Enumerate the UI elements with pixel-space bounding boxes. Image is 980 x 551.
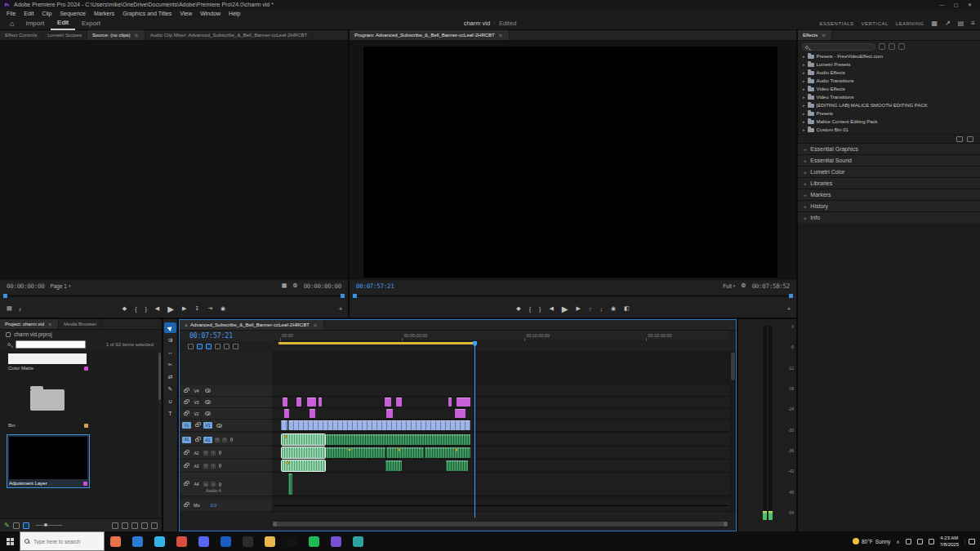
menu-view[interactable]: View	[176, 11, 196, 16]
menu-markers[interactable]: Markers	[90, 11, 118, 16]
lift-button[interactable]: ↑	[589, 306, 592, 312]
timeline-clip[interactable]	[396, 398, 402, 407]
grid-view-icon[interactable]: ▦	[282, 282, 287, 289]
project-writable-icon[interactable]: ✎	[4, 522, 10, 529]
timeline-clip[interactable]	[288, 420, 470, 430]
panel-header-essential-sound[interactable]: »Essential Sound	[798, 154, 980, 166]
effects-bin-row[interactable]: ▸Video Transitions	[798, 93, 980, 101]
mark-out-button[interactable]: }	[145, 306, 147, 312]
mark-in-button[interactable]: {	[135, 306, 136, 312]
add-marker-button[interactable]: ◆	[516, 305, 520, 312]
thumbnail-zoom-slider[interactable]	[36, 525, 62, 526]
caption-toggle-icon[interactable]	[233, 344, 238, 349]
program-scrub-track[interactable]	[354, 295, 791, 297]
track-header-V1[interactable]: V1V1	[180, 420, 272, 432]
track-select-V4[interactable]: V4	[192, 388, 201, 394]
source-scrub-handle-left[interactable]	[3, 294, 7, 298]
track-lane-V1[interactable]	[272, 420, 730, 432]
track-solo-button[interactable]: S	[211, 482, 216, 487]
filter-32bit-icon[interactable]	[889, 43, 895, 50]
track-output-toggle-icon[interactable]	[205, 389, 211, 393]
timeline-clip[interactable]	[284, 409, 289, 418]
new-bin-icon[interactable]	[131, 522, 138, 529]
mark-in-button[interactable]: {	[529, 306, 531, 312]
timeline-clip[interactable]	[386, 447, 423, 458]
track-header-A3[interactable]: A3MS	[180, 460, 272, 473]
panel-header-libraries[interactable]: »Libraries	[798, 177, 980, 189]
project-search-input[interactable]	[16, 340, 86, 349]
new-custom-bin-icon[interactable]	[956, 136, 963, 142]
fx-badge-icon[interactable]	[284, 435, 287, 438]
voiceover-record-icon[interactable]	[230, 438, 233, 442]
track-lane-mix[interactable]	[272, 499, 730, 512]
taskbar-app-4[interactable]	[171, 531, 193, 551]
panel-menu-icon[interactable]: ≡	[312, 322, 318, 328]
label-color-chip[interactable]	[84, 424, 88, 428]
ripple-edit-tool[interactable]: ↔	[164, 347, 176, 358]
source-scrub-bar[interactable]	[0, 291, 348, 300]
timeline-clip[interactable]	[425, 447, 471, 458]
hand-tool[interactable]: ∪	[164, 396, 176, 407]
track-lane-V3[interactable]	[272, 397, 730, 408]
close-button[interactable]: ✕	[963, 0, 977, 9]
track-lane-A3[interactable]	[272, 460, 730, 473]
track-lock-icon[interactable]	[184, 451, 188, 455]
track-select-A3[interactable]: A3	[192, 463, 201, 469]
track-select-A4[interactable]: A4	[192, 481, 201, 487]
menu-file[interactable]: File	[2, 11, 20, 16]
track-solo-button[interactable]: S	[211, 451, 216, 455]
label-color-chip[interactable]	[84, 367, 88, 371]
label-color-chip[interactable]	[83, 482, 87, 486]
timeline-current-timecode[interactable]: 00:07:57:21	[189, 332, 233, 340]
panel-header-markers[interactable]: »Markers	[798, 189, 980, 200]
timeline-vertical-scrollbar[interactable]	[731, 351, 735, 512]
effects-bin-row[interactable]: ▸Presets - FreeVideoEffect.com	[798, 52, 980, 60]
taskbar-search[interactable]	[20, 531, 105, 551]
track-lock-icon[interactable]	[195, 424, 199, 427]
insert-button[interactable]: ↧	[194, 305, 199, 312]
project-item-color-matte[interactable]: Color Matte	[7, 352, 90, 372]
taskbar-app-6[interactable]	[215, 531, 237, 551]
tab-audio-clip-mixer[interactable]: Audio Clip Mixer: Advanced_Subscribe_&_B…	[145, 30, 313, 40]
workspace-tab-export[interactable]: Export	[75, 17, 107, 30]
razor-tool[interactable]: ✂	[164, 359, 176, 370]
track-mute-button[interactable]: M	[203, 451, 208, 455]
source-scrub-handle-right[interactable]	[341, 294, 345, 298]
source-patch-A1[interactable]: A1	[182, 437, 191, 443]
track-mute-button[interactable]: M	[203, 464, 208, 469]
workspace-tab-essentials[interactable]: ESSENTIALS	[820, 21, 854, 26]
quick-export-icon[interactable]: ↗	[945, 20, 951, 27]
delete-icon[interactable]	[151, 522, 158, 529]
track-header-A1[interactable]: A1A1MS	[180, 433, 272, 447]
type-tool[interactable]: T	[164, 408, 176, 419]
menu-window[interactable]: Window	[196, 11, 225, 16]
track-lock-icon[interactable]	[184, 401, 188, 404]
track-header-A4[interactable]: A4MSAudio 4	[180, 473, 272, 496]
track-solo-button[interactable]: S	[211, 464, 216, 469]
timeline-clip[interactable]	[310, 409, 315, 418]
source-scrub-track[interactable]	[5, 295, 343, 297]
comparison-view-button[interactable]: ◧	[624, 305, 630, 312]
panel-header-info[interactable]: »Info	[798, 211, 980, 223]
track-output-toggle-icon[interactable]	[205, 400, 211, 404]
slip-tool[interactable]: ⇄	[164, 371, 176, 382]
maximize-button[interactable]: ▢	[949, 0, 963, 9]
effects-search-input[interactable]	[802, 43, 875, 51]
scrollbar-thumb[interactable]	[273, 522, 728, 527]
automate-to-sequence-icon[interactable]	[112, 522, 118, 529]
panel-header-lumetri-color[interactable]: »Lumetri Color	[798, 166, 980, 177]
track-lock-icon[interactable]	[184, 412, 188, 415]
taskbar-search-input[interactable]	[33, 539, 100, 544]
timeline-clip[interactable]	[318, 398, 322, 407]
track-lock-icon[interactable]	[184, 482, 188, 486]
find-icon[interactable]	[122, 522, 128, 529]
timeline-clip[interactable]	[457, 398, 470, 407]
timeline-clip[interactable]	[282, 434, 325, 445]
panel-menu-icon[interactable]: ≡	[133, 33, 140, 38]
tab-effects[interactable]: Effects ≡	[798, 30, 832, 40]
weather-widget[interactable]: 80°F Sunny	[853, 538, 890, 544]
project-item-adjustment-layer[interactable]: Adjustment Layer…	[7, 434, 90, 488]
playback-resolution-dropdown[interactable]: Full▾	[723, 283, 735, 289]
source-patch-V1[interactable]: V1	[182, 422, 191, 429]
timeline-settings-icon[interactable]	[188, 344, 194, 349]
